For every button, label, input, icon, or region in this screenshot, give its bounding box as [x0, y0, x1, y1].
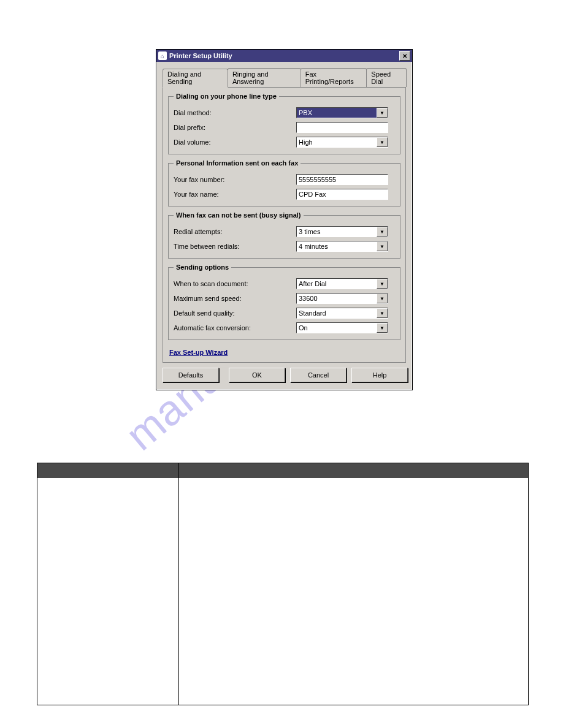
tab-fax-printing-reports[interactable]: Fax Printing/Reports	[301, 68, 367, 87]
fax-setup-wizard-link[interactable]: Fax Set-up Wizard	[169, 349, 228, 356]
reference-table	[37, 463, 529, 705]
tab-strip: Dialing and Sending Ringing and Answerin…	[163, 68, 406, 88]
dialog-button-row: Defaults OK Cancel Help	[163, 363, 406, 382]
group-personal-legend: Personal Information sent on each fax	[174, 159, 301, 167]
max-speed-value: 33600	[297, 294, 377, 303]
chevron-down-icon: ▼	[377, 241, 388, 251]
chevron-down-icon: ▼	[377, 323, 388, 333]
table-header-col2	[179, 463, 528, 478]
titlebar: ⌂ Printer Setup Utility ✕	[156, 50, 412, 62]
chevron-down-icon: ▼	[377, 308, 388, 318]
cancel-button[interactable]: Cancel	[290, 368, 347, 382]
printer-setup-dialog: ⌂ Printer Setup Utility ✕ Dialing and Se…	[156, 49, 413, 390]
dial-method-label: Dial method:	[174, 109, 296, 116]
chevron-down-icon: ▼	[377, 294, 388, 303]
table-header-col1	[37, 463, 179, 478]
when-scan-value: After Dial	[297, 279, 377, 289]
chevron-down-icon: ▼	[377, 279, 388, 289]
group-busy-legend: When fax can not be sent (busy signal)	[174, 211, 304, 219]
chevron-down-icon: ▼	[377, 108, 388, 118]
table-body-col1	[37, 478, 179, 705]
close-button[interactable]: ✕	[399, 51, 410, 61]
table-body-col2	[179, 478, 528, 705]
defaults-button[interactable]: Defaults	[163, 368, 219, 382]
time-between-label: Time between redials:	[174, 243, 296, 250]
fax-name-label: Your fax name:	[174, 191, 296, 198]
fax-number-label: Your fax number:	[174, 176, 296, 183]
fax-number-input[interactable]: 5555555555	[296, 174, 388, 185]
group-busy-signal: When fax can not be sent (busy signal) R…	[168, 211, 400, 259]
dialog-body: Dialing and Sending Ringing and Answerin…	[156, 62, 412, 390]
when-scan-select[interactable]: After Dial ▼	[296, 278, 388, 289]
chevron-down-icon: ▼	[377, 137, 388, 147]
quality-select[interactable]: Standard ▼	[296, 308, 388, 319]
help-button[interactable]: Help	[351, 368, 408, 382]
auto-conv-label: Automatic fax conversion:	[174, 324, 296, 332]
group-sending-legend: Sending options	[174, 264, 231, 271]
dial-method-select[interactable]: PBX ▼	[296, 107, 388, 118]
chevron-down-icon: ▼	[377, 227, 388, 237]
auto-conv-select[interactable]: On ▼	[296, 322, 388, 333]
dial-prefix-label: Dial prefix:	[174, 124, 296, 131]
quality-value: Standard	[297, 308, 377, 318]
ok-button[interactable]: OK	[229, 368, 285, 382]
dial-method-value: PBX	[297, 108, 377, 118]
group-dialing: Dialing on your phone line type Dial met…	[168, 93, 400, 154]
time-between-value: 4 minutes	[297, 241, 377, 251]
dial-prefix-input[interactable]	[296, 122, 388, 133]
dial-volume-label: Dial volume:	[174, 138, 296, 146]
group-dialing-legend: Dialing on your phone line type	[174, 93, 279, 100]
dial-volume-select[interactable]: High ▼	[296, 137, 388, 148]
window-title: Printer Setup Utility	[169, 52, 399, 59]
max-speed-label: Maximum send speed:	[174, 295, 296, 302]
redial-attempts-label: Redial attempts:	[174, 228, 296, 235]
dial-volume-value: High	[297, 137, 377, 147]
max-speed-select[interactable]: 33600 ▼	[296, 293, 388, 304]
app-icon: ⌂	[158, 51, 167, 60]
when-scan-label: When to scan document:	[174, 280, 296, 287]
tab-dialing-sending[interactable]: Dialing and Sending	[163, 69, 228, 88]
time-between-select[interactable]: 4 minutes ▼	[296, 241, 388, 252]
tab-speed-dial[interactable]: Speed Dial	[366, 68, 407, 87]
table-header	[37, 463, 528, 478]
auto-conv-value: On	[297, 323, 377, 333]
tab-ringing-answering[interactable]: Ringing and Answering	[228, 68, 301, 87]
group-sending-options: Sending options When to scan document: A…	[168, 264, 400, 340]
table-body	[37, 478, 528, 705]
tab-panel: Dialing on your phone line type Dial met…	[163, 87, 406, 363]
redial-attempts-select[interactable]: 3 times ▼	[296, 226, 388, 237]
group-personal-info: Personal Information sent on each fax Yo…	[168, 159, 400, 207]
fax-name-input[interactable]: CPD Fax	[296, 189, 388, 200]
redial-attempts-value: 3 times	[297, 227, 377, 237]
quality-label: Default send quality:	[174, 309, 296, 317]
